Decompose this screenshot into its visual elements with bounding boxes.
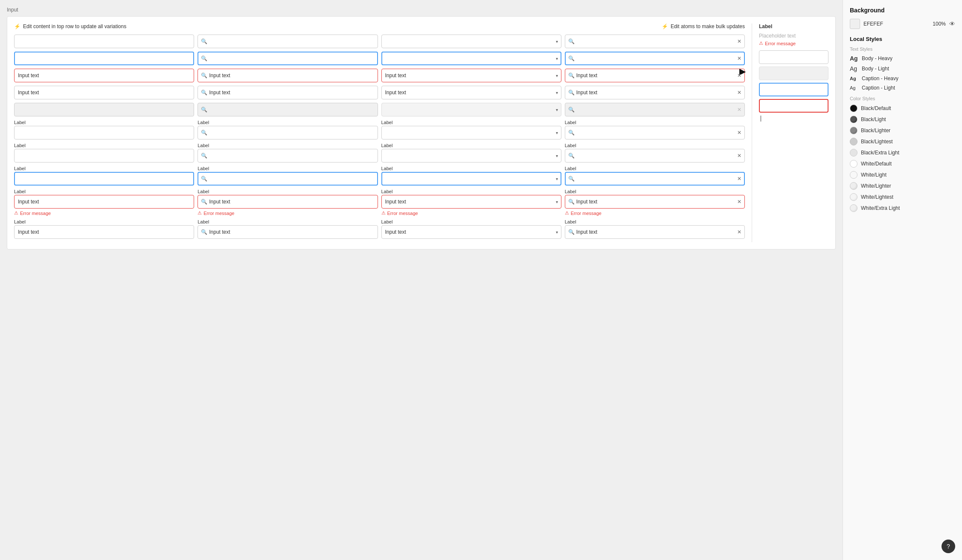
clearable-input-r8[interactable] — [565, 172, 745, 186]
clear-button[interactable]: ✕ — [737, 73, 741, 78]
color-style-white-default[interactable]: White/Default — [850, 160, 955, 168]
select-r7[interactable]: Input text — [381, 149, 561, 162]
search-input-r9[interactable] — [198, 195, 378, 209]
plain-input-r4[interactable] — [14, 86, 194, 99]
help-button[interactable]: ? — [942, 540, 955, 553]
input-group-search: 🔍 — [198, 103, 378, 116]
input-group-search: 🔍 — [198, 52, 378, 65]
input-group-search: Label 🔍 — [198, 166, 378, 186]
select-r4[interactable]: Input text — [381, 86, 561, 99]
select-r1[interactable]: Input text — [381, 35, 561, 48]
input-group-clearable: Label 🔍 ✕ — [565, 219, 745, 239]
color-style-black-lighter[interactable]: Black/Lighter — [850, 127, 955, 134]
search-input-r7[interactable] — [198, 149, 378, 162]
input-group-select: ▾ — [381, 103, 561, 116]
plain-input-r3[interactable] — [14, 69, 194, 82]
input-group-select: Label Input text ▾ — [381, 166, 561, 186]
background-hex[interactable]: EFEFEF — [863, 21, 929, 27]
plain-input-r6[interactable] — [14, 126, 194, 139]
clearable-input-r4[interactable] — [565, 86, 745, 99]
plain-input-r10[interactable] — [14, 225, 194, 239]
search-input-r3[interactable] — [198, 69, 378, 82]
search-input-r6[interactable] — [198, 126, 378, 139]
atom-preview-plain — [759, 50, 828, 64]
color-style-white-extra-light[interactable]: White/Extra Light — [850, 204, 955, 212]
clear-button[interactable]: ✕ — [737, 229, 741, 235]
background-color-swatch[interactable] — [850, 19, 860, 29]
input-group: Label — [14, 120, 194, 139]
clearable-input-r10[interactable] — [565, 225, 745, 239]
clearable-input-r3[interactable] — [565, 69, 745, 82]
color-name: White/Lightest — [861, 194, 893, 200]
select-r6[interactable]: Input text — [381, 126, 561, 139]
clearable-wrap: 🔍 ✕ — [565, 52, 745, 65]
ag-icon: Ag — [850, 65, 858, 72]
clear-button[interactable]: ✕ — [737, 38, 741, 44]
clearable-input-r6[interactable] — [565, 126, 745, 139]
plain-input-r1[interactable] — [14, 35, 194, 48]
color-dot — [850, 127, 857, 134]
text-cursor — [761, 116, 761, 122]
color-style-black-light[interactable]: Black/Light — [850, 116, 955, 123]
error-text: Error message — [203, 211, 234, 216]
color-style-black-lightest[interactable]: Black/Lightest — [850, 138, 955, 145]
plain-input-r9[interactable] — [14, 195, 194, 209]
plain-input-r8[interactable] — [14, 172, 194, 186]
select-r2[interactable]: Input text — [381, 52, 561, 65]
color-name: Black/Lighter — [861, 128, 890, 133]
search-input-r8[interactable] — [198, 172, 378, 186]
input-label: Label — [14, 143, 194, 148]
color-name: Black/Extra Light — [861, 150, 899, 156]
color-name: White/Default — [861, 161, 892, 167]
text-style-caption-light[interactable]: Ag Caption - Light — [850, 85, 955, 91]
select-wrap: Input text ▾ — [381, 195, 561, 209]
clear-button[interactable]: ✕ — [737, 90, 741, 96]
atom-error-text: Error message — [765, 41, 796, 46]
color-style-white-lightest[interactable]: White/Lightest — [850, 193, 955, 201]
text-style-body-heavy[interactable]: Ag Body - Heavy — [850, 55, 955, 62]
select-r8[interactable]: Input text — [381, 172, 561, 186]
clearable-input-r7[interactable] — [565, 149, 745, 162]
plain-input-r7[interactable] — [14, 149, 194, 162]
input-group: Label — [14, 166, 194, 186]
clear-button[interactable]: ✕ — [737, 55, 741, 61]
clear-button[interactable]: ✕ — [737, 199, 741, 205]
select-r9[interactable]: Input text — [381, 195, 561, 209]
select-r5 — [381, 103, 561, 116]
clear-button[interactable]: ✕ — [737, 176, 741, 182]
hint-left-icon: ⚡ — [14, 23, 20, 29]
clearable-input-r1[interactable] — [565, 35, 745, 48]
select-r3[interactable]: Input text — [381, 69, 561, 82]
text-style-caption-heavy[interactable]: Ag Caption - Heavy — [850, 75, 955, 81]
input-group-search: 🔍 — [198, 69, 378, 82]
select-r10[interactable]: Input text — [381, 225, 561, 239]
search-input-r4[interactable] — [198, 86, 378, 99]
text-style-body-light[interactable]: Ag Body - Light — [850, 65, 955, 72]
color-style-black-extra-light[interactable]: Black/Extra Light — [850, 149, 955, 157]
search-input-r1[interactable] — [198, 35, 378, 48]
error-text: Error message — [20, 211, 51, 216]
plain-input-r2[interactable] — [14, 52, 194, 65]
color-style-white-lighter[interactable]: White/Lighter — [850, 182, 955, 190]
clearable-input-r5 — [565, 103, 745, 116]
clear-button[interactable]: ✕ — [737, 153, 741, 159]
search-wrap: 🔍 — [198, 126, 378, 139]
color-style-white-light[interactable]: White/Light — [850, 171, 955, 179]
select-wrap: Input text ▾ — [381, 35, 561, 48]
search-input-r2[interactable] — [198, 52, 378, 65]
clearable-input-r9[interactable] — [565, 195, 745, 209]
visibility-icon[interactable]: 👁 — [949, 20, 955, 27]
search-input-r10[interactable] — [198, 225, 378, 239]
atom-preview-error — [759, 99, 828, 113]
color-style-black-default[interactable]: Black/Default — [850, 104, 955, 112]
search-wrap: 🔍 — [198, 172, 378, 186]
clearable-input-r2[interactable] — [565, 52, 745, 65]
search-wrap: 🔍 — [198, 225, 378, 239]
background-opacity[interactable]: 100% — [933, 21, 946, 27]
input-group: Label — [14, 143, 194, 162]
clear-button[interactable]: ✕ — [737, 130, 741, 136]
select-wrap: Input text ▾ — [381, 69, 561, 82]
search-wrap: 🔍 — [198, 103, 378, 116]
error-text: Error message — [571, 211, 602, 216]
hint-right-icon: ⚡ — [662, 23, 668, 29]
